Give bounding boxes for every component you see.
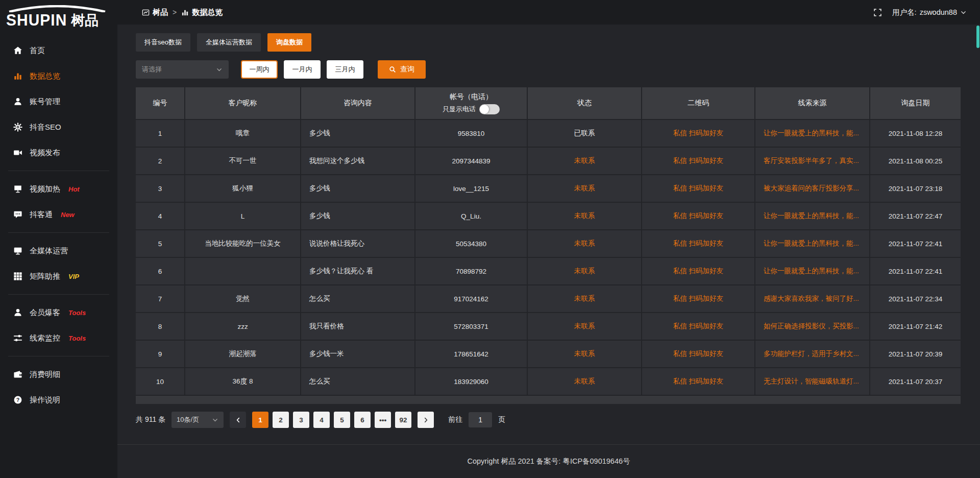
copyright-text: Copyright 树品 2021 备案号: 粤ICP备09019646号: [467, 457, 630, 466]
sidebar-item-account-manage[interactable]: 账号管理: [0, 89, 117, 114]
page-button-1[interactable]: 1: [252, 412, 268, 428]
content-area: 抖音seo数据 全媒体运营数据 询盘数据 请选择 一周内 一月内 三月内 查询 …: [117, 25, 980, 444]
breadcrumb-current-label: 数据总览: [192, 8, 223, 17]
sidebar-item-video-publish[interactable]: 视频发布: [0, 140, 117, 165]
cell-source-link[interactable]: 让你一眼就爱上的黑科技，能...: [755, 230, 869, 257]
account-header-label: 帐号（电话）: [450, 92, 493, 102]
cell-source-link[interactable]: 多功能护栏灯，适用于乡村文...: [755, 341, 869, 367]
cell-no: 9: [136, 341, 184, 367]
sidebar-item-douyin-seo[interactable]: 抖音SEO: [0, 114, 117, 140]
cell-qrcode-link[interactable]: 私信 扫码加好友: [642, 313, 754, 340]
account-select[interactable]: 请选择: [136, 60, 229, 79]
col-header-nickname: 客户昵称: [185, 87, 300, 119]
cell-qrcode-link[interactable]: 私信 扫码加好友: [642, 230, 754, 257]
user-menu[interactable]: 用户名: zswodun88: [892, 8, 967, 17]
data-tabs: 抖音seo数据 全媒体运营数据 询盘数据: [136, 33, 961, 52]
fullscreen-icon[interactable]: [873, 8, 882, 17]
app-logo[interactable]: SHUPIN 树品: [0, 0, 117, 31]
cell-content: 怎么买: [301, 368, 414, 395]
cell-account: love__1215: [415, 175, 527, 202]
pagination: 共 911 条 10条/页 123456•••92 前往 页: [136, 412, 961, 428]
cell-qrcode-link[interactable]: 私信 扫码加好友: [642, 148, 754, 174]
sidebar-item-douketong[interactable]: 抖客通 New: [0, 202, 117, 227]
cell-qrcode-link[interactable]: 私信 扫码加好友: [642, 120, 754, 147]
bar-chart-icon: [13, 71, 22, 81]
cell-status: 未联系: [528, 341, 641, 367]
cell-qrcode-link[interactable]: 私信 扫码加好友: [642, 285, 754, 312]
breadcrumb-root[interactable]: 树品: [142, 8, 168, 17]
col-header-status: 状态: [528, 87, 641, 119]
next-page-button[interactable]: [418, 412, 434, 428]
cell-content: 多少钱: [301, 203, 414, 229]
tab-media-operation-data[interactable]: 全媒体运营数据: [197, 33, 261, 52]
chevron-down-icon: [100, 149, 107, 156]
cell-nickname: 潮起潮落: [185, 341, 300, 367]
sidebar-item-video-heat[interactable]: 视频加热 Hot: [0, 176, 117, 202]
cell-source-link[interactable]: 客厅安装投影半年多了，真实...: [755, 148, 869, 174]
sidebar-item-home[interactable]: 首页: [0, 38, 117, 63]
page-size-select[interactable]: 10条/页: [172, 412, 224, 428]
cell-nickname: 不可一世: [185, 148, 300, 174]
phone-only-toggle[interactable]: [479, 104, 500, 114]
page-button-4[interactable]: 4: [313, 412, 330, 428]
trend-chart-icon: [142, 9, 150, 16]
chevron-down-icon: [100, 211, 107, 218]
footer: Copyright 树品 2021 备案号: 粤ICP备09019646号: [117, 444, 980, 478]
sidebar-item-member-baoke[interactable]: 会员爆客 Tools: [0, 300, 117, 325]
page-button-3[interactable]: 3: [293, 412, 309, 428]
sidebar: SHUPIN 树品 首页 数据总览 账号管理 抖音SEO 视频发布: [0, 0, 117, 478]
cell-content: 多少钱: [301, 175, 414, 202]
topbar-right: 用户名: zswodun88: [873, 8, 967, 17]
prev-page-button[interactable]: [230, 412, 246, 428]
cell-source-link[interactable]: 让你一眼就爱上的黑科技，能...: [755, 203, 869, 229]
chat-icon: [13, 210, 22, 219]
sidebar-item-media-operation[interactable]: 全媒体运营: [0, 238, 117, 264]
goto-page-input[interactable]: [469, 412, 492, 427]
scrollbar-thumb[interactable]: [976, 26, 979, 48]
sidebar-item-operation-guide[interactable]: ? 操作说明: [0, 387, 117, 413]
cell-source-link[interactable]: 如何正确选择投影仪，买投影...: [755, 313, 869, 340]
period-button-one-week[interactable]: 一周内: [241, 60, 278, 79]
wallet-icon: [13, 370, 22, 379]
cell-source-link[interactable]: 让你一眼就爱上的黑科技，能...: [755, 258, 869, 284]
period-button-three-months[interactable]: 三月内: [327, 60, 363, 79]
cell-account: Q_Liu.: [415, 203, 527, 229]
page-button-5[interactable]: 5: [334, 412, 350, 428]
cell-date: 2021-11-07 22:47: [870, 203, 961, 229]
cell-nickname: 哦章: [185, 120, 300, 147]
bar-chart-icon: [181, 9, 189, 16]
sidebar-item-matrix-boost[interactable]: 矩阵助推 VIP: [0, 264, 117, 289]
page-button-92[interactable]: 92: [395, 412, 411, 428]
cell-qrcode-link[interactable]: 私信 扫码加好友: [642, 341, 754, 367]
table-horizontal-scrollbar[interactable]: [136, 396, 961, 404]
page-button-6[interactable]: 6: [354, 412, 371, 428]
sidebar-item-data-overview[interactable]: 数据总览: [0, 63, 117, 89]
cell-qrcode-link[interactable]: 私信 扫码加好友: [642, 175, 754, 202]
tab-inquiry-data[interactable]: 询盘数据: [267, 33, 311, 52]
cell-date: 2021-11-07 23:18: [870, 175, 961, 202]
cell-nickname: 狐小狸: [185, 175, 300, 202]
cell-qrcode-link[interactable]: 私信 扫码加好友: [642, 258, 754, 284]
cell-source-link[interactable]: 无主灯设计，智能磁吸轨道灯...: [755, 368, 869, 395]
cell-qrcode-link[interactable]: 私信 扫码加好友: [642, 368, 754, 395]
cell-source-link[interactable]: 感谢大家喜欢我家，被问了好...: [755, 285, 869, 312]
page-ellipsis-button[interactable]: •••: [375, 412, 391, 428]
search-button[interactable]: 查询: [378, 60, 426, 79]
cell-nickname: [185, 258, 300, 284]
cell-source-link[interactable]: 让你一眼就爱上的黑科技，能...: [755, 120, 869, 147]
cell-source-link[interactable]: 被大家追着问的客厅投影分享...: [755, 175, 869, 202]
breadcrumb-current[interactable]: 数据总览: [181, 8, 223, 17]
tab-douyin-seo-data[interactable]: 抖音seo数据: [136, 33, 190, 52]
page-button-2[interactable]: 2: [273, 412, 289, 428]
video-icon: [13, 148, 22, 157]
sidebar-item-clue-monitor[interactable]: 线索监控 Tools: [0, 325, 117, 351]
cell-account: 917024162: [415, 285, 527, 312]
sidebar-divider: [8, 171, 109, 171]
cell-nickname: L: [185, 203, 300, 229]
sidebar-item-consumption-detail[interactable]: 消费明细: [0, 362, 117, 387]
cell-status: 未联系: [528, 148, 641, 174]
cell-status: 已联系: [528, 120, 641, 147]
period-button-one-month[interactable]: 一月内: [284, 60, 321, 79]
chevron-down-icon: [100, 309, 107, 316]
cell-qrcode-link[interactable]: 私信 扫码加好友: [642, 203, 754, 229]
